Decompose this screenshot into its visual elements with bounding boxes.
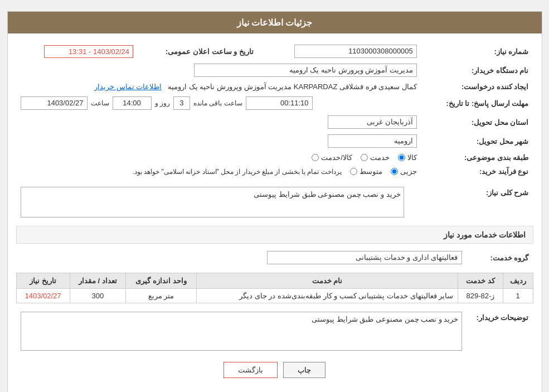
province-display: آذربایجان غربی xyxy=(328,115,417,129)
category-kala-label: کالا xyxy=(407,153,417,162)
category-option-kala-khedmat: کالا/خدمت xyxy=(312,153,352,162)
row-unit: متر مربع xyxy=(126,289,197,303)
buyer-notes-text: خرید و نصب چمن مصنوعی طبق شرایط پیوستی xyxy=(312,315,458,323)
back-button[interactable]: بازگشت xyxy=(224,362,278,378)
services-table: ردیف کد خدمت نام خدمت واحد اندازه گیری ت… xyxy=(16,273,533,303)
deadline-remaining-label: ساعت باقی مانده xyxy=(193,99,242,107)
deadline-days-label: روز و xyxy=(155,99,170,107)
row-name: سایر فعالیتهای خدمات پشتیبانی کسب و کار … xyxy=(196,289,458,303)
purchase-type-label: نوع فرآیند خرید: xyxy=(421,164,533,178)
category-option-kala: کالا xyxy=(398,153,417,162)
page-header: جزئیات اطلاعات نیاز xyxy=(8,12,542,33)
creator-contact-link[interactable]: اطلاعات تماس خریدار xyxy=(94,83,162,91)
row-date: 1403/02/27 xyxy=(16,289,70,303)
province-value: آذربایجان غربی xyxy=(16,113,421,132)
buyer-notes-label: توضیحات خریدار: xyxy=(467,309,533,354)
purchase-type-row: پرداخت تمام یا بخشی از مبلغ خریدار از مح… xyxy=(16,164,421,178)
need-description-box: خرید و نصب چمن مصنوعی طبق شرایط پیوستی xyxy=(21,187,404,217)
province-label: استان محل تحویل: xyxy=(421,113,533,132)
need-number-label: شماره نیاز: xyxy=(421,42,533,61)
service-group-display: فعالیتهای اداری و خدمات پشتیبانی xyxy=(267,251,462,264)
deadline-time-label: ساعت xyxy=(91,99,109,107)
deadline-label: مهلت ارسال پاسخ: تا تاریخ: xyxy=(421,94,533,113)
creator-label: ایجاد کننده درخواست: xyxy=(421,80,533,94)
col-header-qty: تعداد / مقدار xyxy=(70,273,125,289)
category-kala-khedmat-radio[interactable] xyxy=(312,154,319,161)
print-button[interactable]: چاپ xyxy=(283,362,325,378)
col-header-row: ردیف xyxy=(503,273,533,289)
buyer-notes-cell: خرید و نصب چمن مصنوعی طبق شرایط پیوستی xyxy=(16,309,467,354)
category-kala-khedmat-label: کالا/خدمت xyxy=(321,153,352,162)
purchase-motavasset-label: متوسط xyxy=(359,167,382,176)
need-description-label: شرح کلی نیاز: xyxy=(409,184,533,220)
page-title: جزئیات اطلاعات نیاز xyxy=(237,18,313,27)
buyer-org-value: مدیریت آموزش وپرورش ناحیه یک ارومیه xyxy=(16,61,421,80)
buttons-row: چاپ بازگشت xyxy=(16,362,533,378)
col-header-date: تاریخ نیاز xyxy=(16,273,70,289)
deadline-days-display: 3 xyxy=(173,96,190,110)
need-number-value: 1103000308000005 xyxy=(258,42,421,61)
city-value: ارومیه xyxy=(16,132,421,151)
col-header-name: نام خدمت xyxy=(196,273,458,289)
deadline-row: 00:11:10 ساعت باقی مانده 3 روز و 14:00 س… xyxy=(16,94,421,113)
purchase-jozi-label: جزیی xyxy=(400,167,417,176)
service-group-value: فعالیتهای اداری و خدمات پشتیبانی xyxy=(16,248,467,267)
need-description-text: خرید و نصب چمن مصنوعی طبق شرایط پیوستی xyxy=(254,190,400,199)
need-number-display: 1103000308000005 xyxy=(294,45,417,58)
announcement-date-label: تاریخ و ساعت اعلان عمومی: xyxy=(138,42,258,61)
row-num: 1 xyxy=(503,289,533,303)
service-group-label: گروه خدمت: xyxy=(467,248,533,267)
city-display: ارومیه xyxy=(328,134,417,148)
row-code: ز-82-829 xyxy=(458,289,503,303)
col-header-unit: واحد اندازه گیری xyxy=(126,273,197,289)
purchase-option-motavasset: متوسط xyxy=(350,167,382,176)
category-option-khedmat: خدمت xyxy=(361,153,390,162)
category-khedmat-radio[interactable] xyxy=(361,154,368,161)
row-qty: 300 xyxy=(70,289,125,303)
buyer-org-label: نام دستگاه خریدار: xyxy=(421,61,533,80)
creator-text: کمال سعیدی فره قشلاقی KARPARDAZ مدیریت آ… xyxy=(168,83,417,91)
category-row: کالا/خدمت خدمت کالا xyxy=(16,151,421,164)
deadline-date-display: 1403/02/27 xyxy=(21,96,88,110)
creator-value: کمال سعیدی فره قشلاقی KARPARDAZ مدیریت آ… xyxy=(16,80,421,94)
purchase-note-text: پرداخت تمام یا بخشی از مبلغ خریدار از مح… xyxy=(133,168,342,176)
purchase-motavasset-radio[interactable] xyxy=(350,168,357,175)
deadline-time-display: 14:00 xyxy=(113,96,152,110)
category-khedmat-label: خدمت xyxy=(370,153,390,162)
col-header-code: کد خدمت xyxy=(458,273,503,289)
city-label: شهر محل تحویل: xyxy=(421,132,533,151)
table-row: 1 ز-82-829 سایر فعالیتهای خدمات پشتیبانی… xyxy=(16,289,533,303)
announcement-date-display: 1403/02/24 - 13:31 xyxy=(44,45,133,58)
announcement-date-value: 1403/02/24 - 13:31 xyxy=(16,42,138,61)
buyer-notes-box: خرید و نصب چمن مصنوعی طبق شرایط پیوستی xyxy=(21,312,462,351)
purchase-jozi-radio[interactable] xyxy=(391,168,398,175)
services-section-header: اطلاعات خدمات مورد نیاز xyxy=(16,226,533,244)
category-kala-radio[interactable] xyxy=(398,154,405,161)
deadline-remaining-display: 00:11:10 xyxy=(246,96,313,110)
need-description-cell: خرید و نصب چمن مصنوعی طبق شرایط پیوستی xyxy=(16,184,409,220)
category-label: طبقه بندی موضوعی: xyxy=(421,151,533,164)
buyer-org-display: مدیریت آموزش وپرورش ناحیه یک ارومیه xyxy=(194,64,417,77)
purchase-option-jozi: جزیی xyxy=(391,167,417,176)
